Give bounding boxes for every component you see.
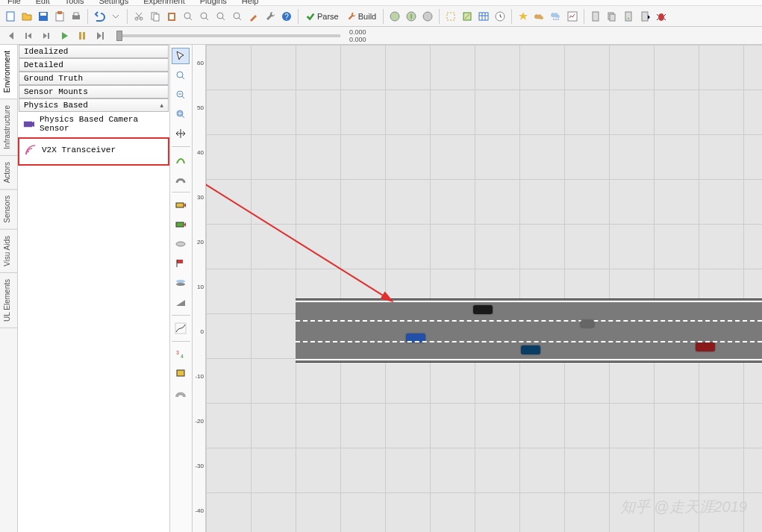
category-idealized[interactable]: Idealized [19, 45, 169, 58]
play-icon[interactable] [57, 28, 72, 43]
clipboard-icon[interactable] [52, 9, 67, 24]
svg-point-16 [234, 13, 240, 19]
print-icon[interactable] [69, 9, 84, 24]
parse-button[interactable]: Parse [302, 9, 342, 24]
globe3-icon[interactable] [420, 9, 435, 24]
help-icon[interactable]: ? [279, 9, 294, 24]
vehicle-red[interactable] [696, 342, 715, 351]
step-back-icon[interactable] [21, 28, 36, 43]
category-sensor-mounts[interactable]: Sensor Mounts [19, 85, 169, 98]
save-icon[interactable] [36, 9, 51, 24]
weather-icon[interactable] [549, 9, 563, 24]
to-start-icon[interactable] [3, 28, 18, 43]
globe2-icon[interactable] [404, 9, 419, 24]
zoom-out-tool-icon[interactable] [172, 87, 190, 103]
wrench-icon[interactable] [263, 9, 278, 24]
svg-rect-40 [176, 203, 184, 207]
svg-text:3: 3 [176, 350, 179, 355]
svg-rect-33 [79, 32, 81, 40]
marker2-icon[interactable] [172, 216, 190, 233]
zoom-in-icon[interactable] [181, 9, 196, 24]
tab-environment[interactable]: Environment [0, 45, 17, 99]
category-ground-truth[interactable]: Ground Truth [19, 72, 169, 85]
tab-infrastructure[interactable]: Infrastructure [0, 99, 17, 156]
vehicle-gray[interactable] [581, 320, 594, 328]
copy-icon[interactable] [148, 9, 163, 24]
slope-tool-icon[interactable] [172, 294, 190, 310]
table-icon[interactable] [476, 9, 491, 24]
menu-plugins[interactable]: Plugins [200, 0, 227, 3]
menu-settings[interactable]: Settings [99, 0, 128, 3]
tab-actors[interactable]: Actors [0, 156, 17, 190]
menu-help[interactable]: Help [242, 0, 259, 3]
annotation-arrow [206, 45, 762, 532]
undo-icon[interactable] [92, 9, 107, 24]
menu-file[interactable]: File [7, 0, 21, 3]
vehicle-darkblue[interactable] [521, 345, 540, 354]
doc3-icon[interactable] [621, 9, 636, 24]
zoom-out-icon[interactable] [197, 9, 212, 24]
category-physics-based[interactable]: Physics Based▲ [19, 98, 169, 112]
item-camera-sensor[interactable]: Physics Based Camera Sensor [18, 112, 169, 136]
ruler-tick: -10 [193, 373, 204, 380]
cursor-tool-icon[interactable] [172, 48, 190, 64]
bug-icon[interactable] [654, 9, 669, 24]
vertical-toolbar: 34 [170, 45, 193, 532]
svg-point-45 [176, 283, 185, 286]
main-area: Environment Infrastructure Actors Sensor… [0, 45, 762, 532]
zoom-fit-icon[interactable] [213, 9, 228, 24]
doc1-icon[interactable] [588, 9, 603, 24]
open-folder-icon[interactable] [19, 9, 34, 24]
doc4-icon[interactable] [637, 9, 652, 24]
flag-tool-icon[interactable] [172, 255, 190, 272]
vehicle-blue[interactable] [406, 334, 425, 342]
selection-icon[interactable] [443, 9, 458, 24]
brush-icon[interactable] [246, 9, 261, 24]
paste-icon[interactable] [164, 9, 179, 24]
camera-sensor-icon [22, 117, 35, 131]
tab-sensors[interactable]: Sensors [0, 190, 17, 230]
step-fwd-icon[interactable] [39, 28, 54, 43]
vehicle-black[interactable] [473, 305, 493, 314]
svg-rect-27 [593, 12, 599, 21]
chart-icon[interactable] [565, 9, 580, 24]
build-button[interactable]: Build [343, 9, 379, 24]
road[interactable] [296, 298, 762, 363]
menu-edit[interactable]: Edit [36, 0, 50, 3]
svg-point-42 [176, 242, 185, 246]
svg-rect-0 [7, 12, 14, 21]
menu-experiment[interactable]: Experiment [143, 0, 185, 3]
time-slider[interactable] [116, 34, 340, 37]
zoom-reset-icon[interactable] [230, 9, 245, 24]
redo-dropdown-icon[interactable] [108, 9, 123, 24]
tab-ul-elements[interactable]: UL Elements [0, 273, 17, 328]
globe1-icon[interactable] [387, 9, 402, 24]
doc2-icon[interactable] [605, 9, 619, 24]
clock-icon[interactable] [493, 9, 508, 24]
numbers-tool-icon[interactable]: 34 [172, 346, 190, 363]
to-end-icon[interactable] [93, 28, 107, 43]
star-icon[interactable] [516, 9, 531, 24]
tab-visu-aids[interactable]: Visu Aids [0, 230, 17, 273]
road-seg-icon[interactable] [172, 385, 190, 401]
category-detailed[interactable]: Detailed [19, 58, 169, 72]
curve-tool-icon[interactable] [172, 171, 190, 187]
marker1-icon[interactable] [172, 197, 190, 213]
pause-icon[interactable] [75, 28, 90, 43]
cut-icon[interactable] [131, 9, 146, 24]
sign-tool-icon[interactable] [172, 366, 190, 382]
menu-tools[interactable]: Tools [65, 0, 84, 3]
new-file-icon[interactable] [3, 9, 18, 24]
zoom-fit-tool-icon[interactable] [172, 106, 190, 122]
zoom-tool-icon[interactable] [172, 67, 190, 84]
pan-tool-icon[interactable] [172, 125, 190, 142]
canvas[interactable]: 6050403020100-10-20-30-40 知乎 @走天涯2019 [193, 45, 762, 532]
cloud-icon[interactable] [532, 9, 547, 24]
layer-tool-icon[interactable] [172, 275, 190, 291]
traj-tool-icon[interactable] [172, 320, 190, 337]
disc-tool-icon[interactable] [172, 236, 190, 252]
path-tool-icon[interactable] [172, 151, 190, 168]
edit-layer-icon[interactable] [460, 9, 475, 24]
item-v2x-transceiver[interactable]: V2X Transceiver [18, 137, 169, 166]
slider-thumb-icon[interactable] [116, 31, 122, 41]
